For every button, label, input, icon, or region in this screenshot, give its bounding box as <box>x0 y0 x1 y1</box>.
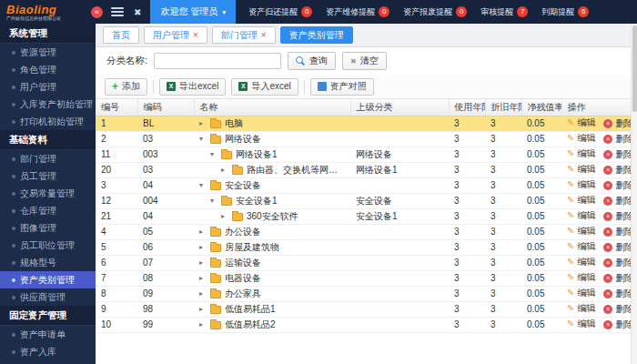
sidebar-item[interactable]: 资产领用 <box>0 360 96 364</box>
delete-button[interactable]: ×删除 <box>603 148 631 161</box>
tab[interactable]: 部门管理× <box>212 26 276 44</box>
edit-button[interactable]: ✎编辑 <box>567 302 595 315</box>
sidebar-item[interactable]: 交易常量管理 <box>0 185 96 202</box>
export-excel-button[interactable]: X导出excel <box>159 78 226 96</box>
menu-icon[interactable] <box>111 7 124 16</box>
edit-button[interactable]: ✎编辑 <box>567 287 595 299</box>
expand-icon[interactable]: ▾ <box>199 181 207 189</box>
sidebar-item[interactable]: 图像管理 <box>0 219 96 237</box>
table-row[interactable]: 11003▾网络设备1网络设备330.05✎编辑×删除 <box>96 147 631 162</box>
edit-button[interactable]: ✎编辑 <box>567 240 595 253</box>
tab[interactable]: 资产类别管理 <box>280 26 353 44</box>
table-row[interactable]: 12004▾安全设备1安全设备330.05✎编辑×删除 <box>96 193 631 208</box>
search-button[interactable]: 查询 <box>288 52 336 70</box>
delete-button[interactable]: ×删除 <box>603 303 631 316</box>
table-row[interactable]: 1BL▸电脑330.05✎编辑×删除 <box>96 116 631 131</box>
tab[interactable]: 用户管理× <box>144 26 207 44</box>
table-row[interactable]: 405▸办公设备330.05✎编辑×删除 <box>96 224 631 239</box>
table-row[interactable]: 304▾安全设备330.05✎编辑×删除 <box>96 177 631 193</box>
delete-button[interactable]: ×删除 <box>603 210 631 223</box>
delete-button[interactable]: ×删除 <box>603 226 631 238</box>
edit-button[interactable]: ✎编辑 <box>567 178 595 191</box>
sidebar-item[interactable]: 角色管理 <box>0 61 96 78</box>
tab[interactable]: 首页 <box>103 26 139 44</box>
sidebar-section-title[interactable]: 固定资产管理 <box>0 306 96 326</box>
table-row[interactable]: 506▸房屋及建筑物330.05✎编辑×删除 <box>96 239 631 255</box>
asset-compare-button[interactable]: 资产对照 <box>310 78 374 96</box>
sidebar-item[interactable]: 部门管理 <box>0 150 96 167</box>
scrollbar-thumb[interactable] <box>632 25 637 112</box>
edit-button[interactable]: ✎编辑 <box>567 132 595 145</box>
sidebar-item[interactable]: 资源管理 <box>0 44 96 61</box>
expand-icon[interactable]: ▾ <box>210 197 217 205</box>
table-row[interactable]: 607▸运输设备330.05✎编辑×删除 <box>96 255 631 270</box>
category-name-input[interactable] <box>154 53 281 69</box>
sidebar-item[interactable]: 员工管理 <box>0 167 96 185</box>
table-row[interactable]: 2003▸路由器、交换机等网络服务网络设备1330.05✎编辑×删除 <box>96 162 631 177</box>
edit-button[interactable]: ✎编辑 <box>567 194 595 207</box>
table-row[interactable]: 809▸办公家具330.05✎编辑×删除 <box>96 286 631 301</box>
delete-button[interactable]: ×删除 <box>603 288 631 300</box>
delete-button[interactable]: ×删除 <box>603 179 631 192</box>
edit-button[interactable]: ✎编辑 <box>567 116 595 129</box>
edit-button[interactable]: ✎编辑 <box>567 318 595 330</box>
edit-button[interactable]: ✎编辑 <box>567 271 595 284</box>
sidebar-item[interactable]: 打印机初始管理 <box>0 113 96 130</box>
sidebar-item[interactable]: 资产类别管理 <box>0 271 96 288</box>
delete-button[interactable]: ×删除 <box>603 318 631 331</box>
expand-icon[interactable]: ▸ <box>199 119 207 127</box>
delete-button[interactable]: ×删除 <box>603 257 631 269</box>
table-row[interactable]: 708▸电器设备330.05✎编辑×删除 <box>96 270 631 286</box>
import-excel-button[interactable]: X导入excel <box>231 78 298 96</box>
sidebar-item[interactable]: 仓库管理 <box>0 202 96 219</box>
close-icon[interactable]: ✖ <box>134 7 141 17</box>
sidebar-item[interactable]: 入库资产初始管理 <box>0 96 96 113</box>
sidebar-section-title[interactable]: 基础资料 <box>0 130 96 150</box>
topnav-item[interactable]: 到期提醒6 <box>541 6 589 18</box>
delete-button[interactable]: ×删除 <box>603 117 631 130</box>
table-row[interactable]: 2104▸360安全软件安全设备1330.05✎编辑×删除 <box>96 208 631 224</box>
expand-icon[interactable]: ▾ <box>199 135 207 143</box>
edit-button[interactable]: ✎编辑 <box>567 209 595 222</box>
expand-icon[interactable]: ▸ <box>221 166 228 174</box>
sidebar-item[interactable]: 资产入库 <box>0 343 96 360</box>
add-button[interactable]: +添加 <box>105 78 147 96</box>
sidebar-item[interactable]: 规格型号 <box>0 254 96 271</box>
topnav-item[interactable]: 资产归还提醒0 <box>248 6 312 18</box>
delete-button[interactable]: ×删除 <box>603 164 631 177</box>
expand-icon[interactable]: ▸ <box>199 274 207 282</box>
user-menu[interactable]: 欢迎您 管理员 ▾ <box>150 0 236 24</box>
edit-button[interactable]: ✎编辑 <box>567 225 595 238</box>
collapse-sidebar-button[interactable]: « <box>91 6 103 18</box>
sidebar-section-title[interactable]: 系统管理 <box>0 24 96 44</box>
edit-button[interactable]: ✎编辑 <box>567 256 595 268</box>
table-row[interactable]: 1099▸低值易耗品2330.05✎编辑×删除 <box>96 317 631 332</box>
delete-button[interactable]: ×删除 <box>603 195 631 207</box>
close-tab-icon[interactable]: × <box>193 30 198 40</box>
topnav-item[interactable]: 资产维修提醒0 <box>326 6 389 18</box>
expand-icon[interactable]: ▸ <box>199 289 207 298</box>
topnav-item[interactable]: 审核提醒7 <box>480 6 528 18</box>
clear-button[interactable]: ✖ 清空 <box>342 52 387 70</box>
sidebar-item[interactable]: 用户管理 <box>0 78 96 96</box>
table-row[interactable]: 998▸低值易耗品1330.05✎编辑×删除 <box>96 301 631 317</box>
topnav-item[interactable]: 资产报废提醒0 <box>403 6 467 18</box>
expand-icon[interactable]: ▸ <box>199 243 207 251</box>
scrollbar[interactable] <box>631 24 637 364</box>
close-tab-icon[interactable]: × <box>261 30 267 40</box>
expand-icon[interactable]: ▸ <box>199 258 207 267</box>
delete-button[interactable]: ×删除 <box>603 133 631 146</box>
sidebar-item[interactable]: 资产申请单 <box>0 326 96 343</box>
expand-icon[interactable]: ▸ <box>199 228 207 236</box>
expand-icon[interactable]: ▸ <box>199 320 207 329</box>
expand-icon[interactable]: ▸ <box>199 305 207 313</box>
sidebar-item[interactable]: 供应商管理 <box>0 288 96 306</box>
edit-button[interactable]: ✎编辑 <box>567 163 595 176</box>
sidebar-item[interactable]: 员工职位管理 <box>0 237 96 254</box>
table-row[interactable]: 203▾网络设备330.05✎编辑×删除 <box>96 131 631 147</box>
delete-button[interactable]: ×删除 <box>603 241 631 254</box>
expand-icon[interactable]: ▸ <box>221 212 228 220</box>
delete-button[interactable]: ×删除 <box>603 272 631 285</box>
edit-button[interactable]: ✎编辑 <box>567 147 595 160</box>
expand-icon[interactable]: ▾ <box>210 150 217 158</box>
